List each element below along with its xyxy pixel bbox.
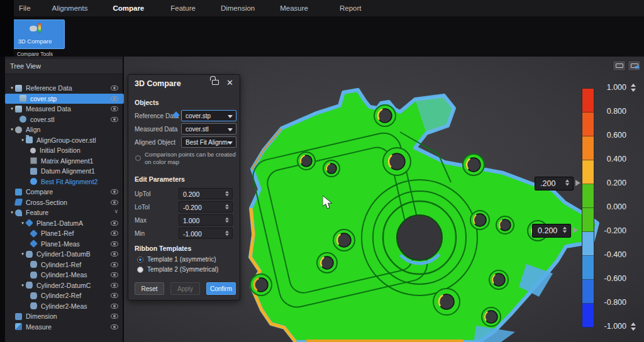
reset-button[interactable]: Reset — [135, 282, 164, 295]
ribbon: 3D Compare Compare Tools — [0, 16, 644, 57]
tree-item-cylinder2-ref[interactable]: Cylinder2-Ref — [5, 290, 124, 301]
tree-item-cover-stp[interactable]: cover.stp — [5, 94, 124, 104]
tree-item-cylinder1-datumb[interactable]: ▾Cylinder1-DatumB — [5, 249, 124, 260]
tree-item-cylinder1-meas[interactable]: Cylinder1-Meas — [5, 270, 124, 280]
expander-icon[interactable]: ▾ — [19, 138, 26, 143]
reference-data-select[interactable]: cover.stp — [181, 110, 236, 121]
ribbon-templates-label: Ribbon Templates — [135, 245, 191, 252]
max-field[interactable]: 1.000 — [179, 214, 233, 226]
spinner-icon[interactable] — [225, 190, 230, 197]
handle-pointer-icon — [575, 180, 580, 186]
color-segment — [582, 89, 594, 113]
spinner-icon[interactable] — [225, 230, 230, 236]
menu-feature[interactable]: Feature — [169, 4, 197, 12]
measured-data-icon — [15, 106, 22, 113]
mouse-cursor — [323, 196, 333, 209]
confirm-button[interactable]: Confirm — [206, 282, 236, 295]
visibility-eye-icon[interactable] — [111, 96, 118, 101]
tree-item-align[interactable]: ▾Align — [5, 124, 124, 135]
expander-icon[interactable]: ▾ — [9, 106, 15, 111]
visibility-eye-icon[interactable] — [111, 200, 118, 205]
measure-icon — [15, 323, 22, 330]
measured-data-select[interactable]: cover.stl — [181, 123, 236, 135]
color-segment — [582, 232, 594, 256]
tree-item-plane1-datuma[interactable]: ▾Plane1-DatumA — [5, 218, 124, 229]
expander-icon[interactable]: ▾ — [19, 283, 26, 288]
visibility-eye-icon[interactable] — [111, 251, 118, 256]
upper-tolerance-handle[interactable]: .200 — [535, 177, 574, 190]
visibility-eye-icon[interactable] — [111, 304, 118, 309]
tree-view-header: Tree View — [5, 59, 123, 74]
visibility-eye-icon[interactable] — [111, 117, 118, 122]
uptol-field[interactable]: 0.200 — [179, 188, 233, 199]
panel-edge — [0, 57, 5, 342]
tree-view-title: Tree View — [10, 62, 41, 70]
tree-item-cylinder1-ref[interactable]: Cylinder1-Ref — [5, 260, 124, 270]
apply-button[interactable]: Apply — [170, 282, 200, 295]
scale-label: 0.200 — [597, 179, 626, 187]
tree-item-plane1-meas[interactable]: Plane1-Meas — [5, 239, 124, 250]
visibility-eye-icon[interactable] — [111, 106, 118, 111]
template2-radio[interactable] — [137, 267, 143, 273]
visibility-eye-icon[interactable] — [111, 272, 118, 277]
tool-3d-compare-button[interactable]: 3D Compare — [5, 19, 65, 49]
tree-item-compare[interactable]: Compare — [5, 187, 124, 197]
dialog-title: 3D Compare — [135, 79, 181, 88]
menu-alignments[interactable]: Alignments — [51, 4, 89, 12]
dimension-icon — [15, 313, 22, 320]
tree-item-cylinder2-meas[interactable]: Cylinder2-Meas — [5, 301, 124, 312]
tree-item-plane1-ref[interactable]: Plane1-Ref — [5, 228, 124, 239]
lower-tolerance-handle[interactable]: 0.200 — [532, 224, 571, 238]
chevron-down-icon[interactable]: ∨ — [114, 208, 118, 214]
tree-item-cylinder2-datumc[interactable]: ▾Cylinder2-DatumC — [5, 280, 124, 291]
spinner-icon[interactable] — [225, 204, 230, 210]
lotol-field[interactable]: -0.200 — [179, 201, 233, 212]
menu-report[interactable]: Report — [338, 4, 363, 12]
expander-icon[interactable]: ▾ — [9, 86, 15, 91]
visibility-eye-icon[interactable] — [111, 189, 118, 194]
visibility-eye-icon[interactable] — [111, 324, 118, 329]
scale-max-spinner[interactable] — [631, 84, 636, 93]
tree-item-datum-alignment1[interactable]: Datum Alignment1 — [5, 166, 124, 177]
menu-dimension[interactable]: Dimension — [219, 4, 256, 12]
tree-item-initial-position[interactable]: Initial Position — [5, 145, 124, 156]
expander-icon[interactable]: ▾ — [19, 251, 26, 256]
visibility-eye-icon[interactable] — [111, 314, 118, 319]
tree-item-measure[interactable]: Measure — [5, 322, 124, 333]
aligned-object-select[interactable]: Best Fit Alignme — [181, 136, 236, 148]
menu-bar: File Alignments Compare Feature Dimensio… — [0, 0, 644, 16]
spinner-icon[interactable] — [225, 217, 230, 223]
menu-file[interactable]: File — [18, 4, 32, 12]
visibility-eye-icon[interactable] — [111, 231, 118, 236]
viewport-colormap-display-button[interactable] — [628, 60, 641, 71]
tree-item-aligngroup[interactable]: ▾AlignGroup-cover.stl — [5, 135, 124, 146]
viewport-display-button[interactable] — [613, 60, 626, 71]
visibility-eye-icon[interactable] — [111, 283, 118, 288]
close-icon[interactable]: ✕ — [226, 78, 233, 87]
handle-spinner[interactable] — [565, 179, 570, 186]
visibility-eye-icon[interactable] — [111, 241, 118, 246]
expander-icon[interactable]: ▾ — [9, 127, 15, 132]
handle-spinner[interactable] — [562, 226, 568, 233]
min-field[interactable]: -1.000 — [179, 228, 233, 239]
tree-item-best-fit-alignment2[interactable]: Best Fit Alignment2 — [5, 177, 124, 187]
tree-item-cross-section[interactable]: Cross-Section — [5, 197, 124, 208]
menu-measure[interactable]: Measure — [279, 4, 309, 12]
visibility-eye-icon[interactable] — [111, 221, 118, 226]
tree-item-feature[interactable]: ▾Feature∨ — [5, 207, 124, 218]
tree-item-reference-data[interactable]: ▾Reference Data — [5, 83, 124, 94]
tree-item-cover-stl[interactable]: cover.stl — [5, 114, 124, 125]
visibility-eye-icon[interactable] — [111, 293, 118, 298]
expander-icon[interactable]: ▾ — [9, 210, 15, 215]
tree-item-matrix-alignment1[interactable]: Matrix Alignment1 — [5, 156, 124, 167]
tree-item-dimension[interactable]: Dimension — [5, 311, 124, 322]
visibility-eye-icon[interactable] — [111, 262, 118, 267]
visibility-eye-icon[interactable] — [111, 86, 118, 91]
color-scale-bar — [582, 88, 594, 327]
cylinder-ref-icon — [30, 261, 37, 268]
menu-compare[interactable]: Compare — [111, 4, 145, 12]
template1-radio[interactable] — [137, 256, 143, 263]
tree-item-measured-data[interactable]: ▾Measured Data — [5, 104, 124, 114]
unlock-icon[interactable] — [212, 80, 219, 85]
scale-min-spinner[interactable] — [631, 323, 636, 332]
